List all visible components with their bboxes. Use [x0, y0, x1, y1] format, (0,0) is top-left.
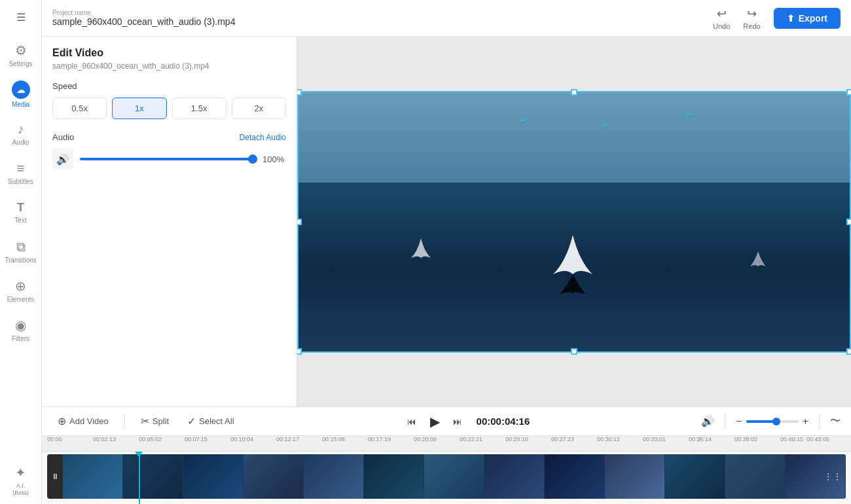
audio-volume-icon[interactable]: 🔊: [52, 149, 73, 170]
sidebar-item-label: A.I.(Beta): [12, 482, 29, 497]
audio-header: Audio Detach Audio: [52, 132, 286, 142]
volume-icon[interactable]: 🔊: [701, 415, 714, 427]
menu-icon[interactable]: ☰: [9, 5, 33, 29]
split-label: Split: [153, 416, 169, 426]
ruler-times: 00:00 00:02:13 00:05:02 00:07:15 00:10:0…: [47, 436, 846, 451]
project-label: Project name: [52, 9, 708, 16]
thumb-4: [244, 454, 304, 499]
speed-0.5x-button[interactable]: 0.5x: [52, 98, 107, 119]
timeline-ruler: 00:00 00:02:13 00:05:02 00:07:15 00:10:0…: [42, 436, 851, 452]
split-button[interactable]: ✂ Split: [136, 412, 174, 430]
ruler-time-15: 00:38:02: [734, 436, 757, 442]
waveform-button[interactable]: 〜: [830, 414, 841, 428]
sidebar-item-label: Transitions: [5, 257, 37, 264]
sidebar-item-media[interactable]: ☁ Media: [3, 76, 39, 113]
export-label: Export: [799, 13, 827, 24]
bird-left: [408, 235, 434, 274]
export-button[interactable]: ⬆ Export: [774, 8, 841, 29]
ruler-time-9: 00:22:21: [460, 436, 482, 442]
redo-arrow-icon: ↪: [747, 7, 757, 21]
sidebar-item-label: Audio: [12, 139, 29, 146]
filters-icon: ◉: [15, 317, 26, 333]
sidebar-item-label: Media: [12, 101, 29, 108]
playback-controls: ⏮ ▶ ⏭ 00:00:04:16: [405, 411, 535, 432]
ruler-time-11: 00:27:23: [551, 436, 574, 442]
sidebar-item-subtitles[interactable]: ≡ Subtitles: [3, 154, 39, 191]
audio-controls: 🔊 100%: [52, 149, 286, 170]
track-right-handle[interactable]: ⋮⋮: [824, 471, 842, 482]
top-actions: ↩ Undo ↪ Redo ⬆ Export: [708, 4, 841, 33]
sidebar-item-label: Settings: [9, 60, 32, 67]
ocean-sky: [297, 91, 851, 183]
add-video-button[interactable]: ⊕ Add Video: [52, 412, 114, 430]
speed-1.5x-button[interactable]: 1.5x: [172, 98, 226, 119]
add-video-label: Add Video: [69, 416, 109, 426]
ruler-time-4: 00:10:04: [230, 436, 253, 442]
skip-forward-button[interactable]: ⏭: [450, 414, 465, 429]
play-button[interactable]: ▶: [424, 411, 445, 432]
thumb-9: [545, 454, 605, 499]
speed-buttons: 0.5x 1x 1.5x 2x: [52, 98, 286, 119]
detach-audio-button[interactable]: Detach Audio: [240, 133, 286, 142]
media-icon: ☁: [12, 81, 30, 99]
volume-controls: 🔊: [701, 415, 714, 427]
bottom-section: ⊕ Add Video ✂ Split ✓ Select All ⏮ ▶ ⏭: [42, 406, 851, 504]
subtitles-icon: ≡: [17, 161, 25, 176]
sidebar-item-settings[interactable]: ⚙ Settings: [3, 37, 39, 73]
main-bird: [547, 222, 599, 300]
audio-icon: ♪: [18, 122, 24, 137]
select-all-icon: ✓: [187, 415, 196, 427]
sidebar-item-text[interactable]: T Text: [3, 194, 39, 230]
timeline-video-track[interactable]: ⏸: [47, 454, 846, 499]
main-content: Project name sample_960x400_ocean_with_a…: [42, 0, 851, 504]
undo-arrow-icon: ↩: [717, 7, 727, 21]
top-bar: Project name sample_960x400_ocean_with_a…: [42, 0, 851, 37]
bird-1: 🐦: [518, 117, 526, 124]
speed-1x-button[interactable]: 1x: [112, 98, 166, 119]
timeline-wrapper: ⏸: [42, 452, 851, 504]
audio-slider-container: 100%: [80, 154, 286, 164]
toolbar-divider-1: [124, 414, 125, 429]
video-preview: 🐦 🐦 🐦: [297, 91, 851, 353]
zoom-out-button[interactable]: −: [736, 416, 742, 427]
speed-2x-button[interactable]: 2x: [232, 98, 286, 119]
thumb-3: [183, 454, 244, 499]
sidebar-item-filters[interactable]: ◉ Filters: [3, 312, 39, 348]
sidebar-item-transitions[interactable]: ⧉ Transitions: [3, 233, 39, 270]
preview-area: 🐦 🐦 🐦: [297, 37, 851, 406]
ruler-time-13: 00:33:01: [643, 436, 666, 442]
thumb-10: [605, 454, 665, 499]
audio-label: Audio: [52, 132, 74, 142]
sidebar-item-ai[interactable]: ✦ A.I.(Beta): [3, 462, 39, 499]
ruler-time-5: 00:12:17: [276, 436, 299, 442]
add-video-icon: ⊕: [58, 415, 66, 427]
zoom-slider[interactable]: [746, 420, 799, 423]
track-pause-icon[interactable]: ⏸: [51, 472, 59, 481]
project-info: Project name sample_960x400_ocean_with_a…: [52, 9, 708, 27]
undo-redo: ↩ Undo ↪ Redo: [708, 4, 766, 33]
ruler-time-14: 00:35:14: [689, 436, 712, 442]
zoom-controls: − +: [736, 416, 808, 427]
sidebar-item-audio[interactable]: ♪ Audio: [3, 115, 39, 152]
ruler-time-17: 00:43:05: [806, 436, 829, 442]
panel-subtitle: sample_960x400_ocean_with_audio (3).mp4: [52, 62, 286, 71]
sidebar-item-elements[interactable]: ⊕ Elements: [3, 272, 39, 309]
ai-icon: ✦: [15, 465, 26, 480]
thumb-6: [364, 454, 424, 499]
elements-icon: ⊕: [15, 278, 26, 294]
ruler-time-10: 00:25:10: [505, 436, 528, 442]
sidebar-item-label: Elements: [7, 296, 35, 303]
audio-volume-slider[interactable]: [80, 158, 257, 160]
ruler-time-8: 00:20:08: [414, 436, 437, 442]
ruler-time-2: 00:05:02: [139, 436, 162, 442]
thumb-12: [725, 454, 786, 499]
redo-button[interactable]: ↪ Redo: [738, 4, 765, 33]
toolbar-divider-3: [819, 414, 820, 429]
zoom-in-button[interactable]: +: [803, 416, 808, 427]
skip-back-button[interactable]: ⏮: [405, 414, 419, 429]
select-all-button[interactable]: ✓ Select All: [182, 412, 239, 430]
undo-button[interactable]: ↩ Undo: [708, 4, 735, 33]
ruler-time-3: 00:07:15: [185, 436, 208, 442]
sidebar: ☰ ⚙ Settings ☁ Media ♪ Audio ≡ Subtitles…: [0, 0, 42, 504]
ruler-time-1: 00:02:13: [93, 436, 116, 442]
